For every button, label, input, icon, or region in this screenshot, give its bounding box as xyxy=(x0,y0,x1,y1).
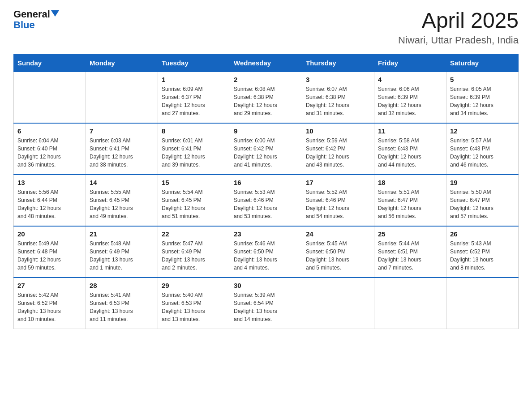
calendar-cell: 25Sunrise: 5:44 AM Sunset: 6:51 PM Dayli… xyxy=(374,226,446,278)
day-info: Sunrise: 5:45 AM Sunset: 6:50 PM Dayligh… xyxy=(306,240,370,272)
day-number: 22 xyxy=(162,230,226,238)
day-number: 21 xyxy=(90,230,154,238)
calendar-cell: 12Sunrise: 5:57 AM Sunset: 6:43 PM Dayli… xyxy=(446,123,519,175)
day-number: 24 xyxy=(306,230,370,238)
calendar-cell: 21Sunrise: 5:48 AM Sunset: 6:49 PM Dayli… xyxy=(86,226,158,278)
day-info: Sunrise: 5:49 AM Sunset: 6:48 PM Dayligh… xyxy=(17,240,82,272)
calendar-cell: 19Sunrise: 5:50 AM Sunset: 6:47 PM Dayli… xyxy=(446,175,519,226)
col-wednesday: Wednesday xyxy=(230,54,302,72)
calendar-cell: 3Sunrise: 6:07 AM Sunset: 6:38 PM Daylig… xyxy=(302,72,374,123)
day-number: 12 xyxy=(450,127,515,135)
calendar-cell: 27Sunrise: 5:42 AM Sunset: 6:52 PM Dayli… xyxy=(14,278,86,329)
day-number: 23 xyxy=(234,230,298,238)
day-info: Sunrise: 6:06 AM Sunset: 6:39 PM Dayligh… xyxy=(378,85,442,117)
col-friday: Friday xyxy=(374,54,446,72)
calendar-cell: 15Sunrise: 5:54 AM Sunset: 6:45 PM Dayli… xyxy=(158,175,230,226)
calendar-cell: 24Sunrise: 5:45 AM Sunset: 6:50 PM Dayli… xyxy=(302,226,374,278)
day-number: 27 xyxy=(17,282,82,289)
calendar-title: April 2025 xyxy=(398,9,519,33)
logo-general-text: General xyxy=(13,9,50,20)
day-info: Sunrise: 6:01 AM Sunset: 6:41 PM Dayligh… xyxy=(162,137,226,169)
day-number: 3 xyxy=(306,76,370,83)
calendar-cell: 10Sunrise: 5:59 AM Sunset: 6:42 PM Dayli… xyxy=(302,123,374,175)
day-number: 7 xyxy=(90,127,154,135)
day-number: 25 xyxy=(378,230,442,238)
day-number: 1 xyxy=(162,76,226,83)
day-number: 16 xyxy=(234,179,298,186)
day-info: Sunrise: 5:54 AM Sunset: 6:45 PM Dayligh… xyxy=(162,188,226,220)
calendar-cell: 9Sunrise: 6:00 AM Sunset: 6:42 PM Daylig… xyxy=(230,123,302,175)
day-info: Sunrise: 5:42 AM Sunset: 6:52 PM Dayligh… xyxy=(17,291,82,323)
day-info: Sunrise: 5:47 AM Sunset: 6:49 PM Dayligh… xyxy=(162,240,226,272)
calendar-cell: 7Sunrise: 6:03 AM Sunset: 6:41 PM Daylig… xyxy=(86,123,158,175)
day-number: 13 xyxy=(17,179,82,186)
day-info: Sunrise: 5:40 AM Sunset: 6:53 PM Dayligh… xyxy=(162,291,226,323)
logo: General Blue xyxy=(13,9,59,30)
day-number: 6 xyxy=(17,127,82,135)
day-info: Sunrise: 5:59 AM Sunset: 6:42 PM Dayligh… xyxy=(306,137,370,169)
day-info: Sunrise: 5:44 AM Sunset: 6:51 PM Dayligh… xyxy=(378,240,442,272)
calendar-cell: 17Sunrise: 5:52 AM Sunset: 6:46 PM Dayli… xyxy=(302,175,374,226)
day-number: 8 xyxy=(162,127,226,135)
day-number: 18 xyxy=(378,179,442,186)
calendar-subtitle: Niwari, Uttar Pradesh, India xyxy=(398,34,519,46)
calendar-cell: 18Sunrise: 5:51 AM Sunset: 6:47 PM Dayli… xyxy=(374,175,446,226)
calendar-cell: 5Sunrise: 6:05 AM Sunset: 6:39 PM Daylig… xyxy=(446,72,519,123)
day-info: Sunrise: 6:09 AM Sunset: 6:37 PM Dayligh… xyxy=(162,85,226,117)
day-number: 30 xyxy=(234,282,298,289)
calendar-cell: 4Sunrise: 6:06 AM Sunset: 6:39 PM Daylig… xyxy=(374,72,446,123)
week-row-4: 20Sunrise: 5:49 AM Sunset: 6:48 PM Dayli… xyxy=(14,226,519,278)
calendar-cell: 22Sunrise: 5:47 AM Sunset: 6:49 PM Dayli… xyxy=(158,226,230,278)
day-info: Sunrise: 5:41 AM Sunset: 6:53 PM Dayligh… xyxy=(90,291,154,323)
week-row-5: 27Sunrise: 5:42 AM Sunset: 6:52 PM Dayli… xyxy=(14,278,519,329)
day-info: Sunrise: 5:55 AM Sunset: 6:45 PM Dayligh… xyxy=(90,188,154,220)
day-info: Sunrise: 5:43 AM Sunset: 6:52 PM Dayligh… xyxy=(450,240,515,272)
page-header: General Blue April 2025 Niwari, Uttar Pr… xyxy=(13,9,519,46)
calendar-cell: 1Sunrise: 6:09 AM Sunset: 6:37 PM Daylig… xyxy=(158,72,230,123)
day-info: Sunrise: 6:03 AM Sunset: 6:41 PM Dayligh… xyxy=(90,137,154,169)
calendar-cell xyxy=(446,278,519,329)
calendar-cell: 26Sunrise: 5:43 AM Sunset: 6:52 PM Dayli… xyxy=(446,226,519,278)
day-info: Sunrise: 5:58 AM Sunset: 6:43 PM Dayligh… xyxy=(378,137,442,169)
day-info: Sunrise: 6:08 AM Sunset: 6:38 PM Dayligh… xyxy=(234,85,298,117)
day-info: Sunrise: 5:46 AM Sunset: 6:50 PM Dayligh… xyxy=(234,240,298,272)
calendar-cell: 20Sunrise: 5:49 AM Sunset: 6:48 PM Dayli… xyxy=(14,226,86,278)
day-info: Sunrise: 5:57 AM Sunset: 6:43 PM Dayligh… xyxy=(450,137,515,169)
day-number: 15 xyxy=(162,179,226,186)
day-number: 10 xyxy=(306,127,370,135)
calendar-cell: 8Sunrise: 6:01 AM Sunset: 6:41 PM Daylig… xyxy=(158,123,230,175)
calendar-cell xyxy=(374,278,446,329)
col-sunday: Sunday xyxy=(14,54,86,72)
day-info: Sunrise: 6:05 AM Sunset: 6:39 PM Dayligh… xyxy=(450,85,515,117)
logo-blue-text: Blue xyxy=(13,20,35,30)
day-number: 20 xyxy=(17,230,82,238)
calendar-cell: 28Sunrise: 5:41 AM Sunset: 6:53 PM Dayli… xyxy=(86,278,158,329)
calendar-cell: 29Sunrise: 5:40 AM Sunset: 6:53 PM Dayli… xyxy=(158,278,230,329)
col-monday: Monday xyxy=(86,54,158,72)
calendar-cell: 2Sunrise: 6:08 AM Sunset: 6:38 PM Daylig… xyxy=(230,72,302,123)
calendar-cell: 11Sunrise: 5:58 AM Sunset: 6:43 PM Dayli… xyxy=(374,123,446,175)
day-info: Sunrise: 5:56 AM Sunset: 6:44 PM Dayligh… xyxy=(17,188,82,220)
week-row-2: 6Sunrise: 6:04 AM Sunset: 6:40 PM Daylig… xyxy=(14,123,519,175)
col-tuesday: Tuesday xyxy=(158,54,230,72)
day-info: Sunrise: 5:39 AM Sunset: 6:54 PM Dayligh… xyxy=(234,291,298,323)
calendar-cell: 30Sunrise: 5:39 AM Sunset: 6:54 PM Dayli… xyxy=(230,278,302,329)
day-info: Sunrise: 5:50 AM Sunset: 6:47 PM Dayligh… xyxy=(450,188,515,220)
calendar-cell: 13Sunrise: 5:56 AM Sunset: 6:44 PM Dayli… xyxy=(14,175,86,226)
week-row-3: 13Sunrise: 5:56 AM Sunset: 6:44 PM Dayli… xyxy=(14,175,519,226)
col-thursday: Thursday xyxy=(302,54,374,72)
calendar-cell: 23Sunrise: 5:46 AM Sunset: 6:50 PM Dayli… xyxy=(230,226,302,278)
week-row-1: 1Sunrise: 6:09 AM Sunset: 6:37 PM Daylig… xyxy=(14,72,519,123)
header-row: Sunday Monday Tuesday Wednesday Thursday… xyxy=(14,54,519,72)
day-info: Sunrise: 5:48 AM Sunset: 6:49 PM Dayligh… xyxy=(90,240,154,272)
day-number: 19 xyxy=(450,179,515,186)
calendar-table: Sunday Monday Tuesday Wednesday Thursday… xyxy=(13,54,519,329)
day-info: Sunrise: 6:04 AM Sunset: 6:40 PM Dayligh… xyxy=(17,137,82,169)
day-number: 29 xyxy=(162,282,226,289)
day-number: 4 xyxy=(378,76,442,83)
calendar-header: Sunday Monday Tuesday Wednesday Thursday… xyxy=(14,54,519,72)
calendar-cell xyxy=(302,278,374,329)
day-number: 14 xyxy=(90,179,154,186)
col-saturday: Saturday xyxy=(446,54,519,72)
calendar-cell xyxy=(14,72,86,123)
